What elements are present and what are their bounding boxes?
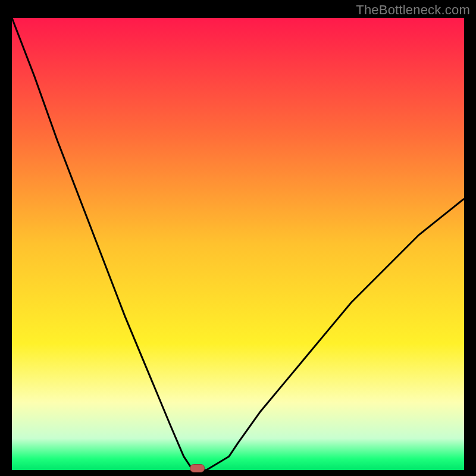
watermark-text: TheBottleneck.com [356, 2, 470, 18]
chart-frame: TheBottleneck.com [0, 0, 476, 476]
bottleneck-chart [0, 0, 476, 476]
plot-background [12, 18, 464, 470]
optimal-marker [190, 465, 205, 472]
